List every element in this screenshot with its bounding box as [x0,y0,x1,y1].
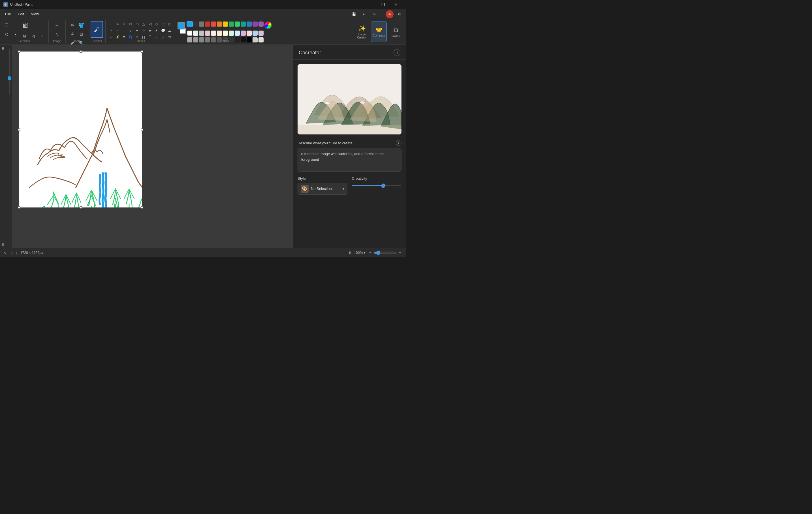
shape-4arrow[interactable]: ✦ [134,27,140,34]
color-lightpurple[interactable] [259,31,264,36]
eraser-tool[interactable]: ◻ [77,30,86,38]
minimize-button[interactable]: — [364,0,377,9]
menu-file[interactable]: File [2,11,14,17]
rotate-dropdown[interactable]: ▾ [38,32,46,40]
foreground-color[interactable] [177,22,185,29]
color-darkred[interactable] [205,22,210,27]
shape-footprint[interactable]: 👣 [127,34,134,40]
color-lightblue[interactable] [253,31,258,36]
text-tool[interactable]: A [68,30,77,38]
menu-edit[interactable]: Edit [15,11,27,17]
color-yellow[interactable] [223,22,228,27]
color-darkgreen[interactable] [229,22,234,27]
shape-line[interactable]: / [108,21,114,27]
shape-lightning[interactable]: ⚡ [114,34,121,40]
shape-ribbon[interactable]: ⬫ [153,34,160,40]
shape-callout[interactable]: 💬 [160,27,166,34]
color-skyblue[interactable] [235,31,240,36]
vertical-slider-thumb[interactable] [8,77,11,80]
fill-tool[interactable]: 🪣 [77,21,86,29]
describe-info-button[interactable]: ℹ [396,140,402,146]
shape-right-arrow[interactable]: → [108,27,114,34]
zoom-percent-dropdown[interactable]: ▾ [364,251,366,255]
image-creator-button[interactable]: ✨ ImageCreator [354,22,370,42]
close-button[interactable]: ✕ [389,0,403,9]
redo-button[interactable]: ↪ [370,10,379,18]
shape-up-arrow[interactable]: ↑ [121,27,127,34]
color-green[interactable] [235,22,240,27]
zoom-slider[interactable] [374,250,397,255]
crop-tool[interactable]: ✂ [53,21,61,29]
color-rainbow[interactable] [264,22,272,29]
color-lightgray1[interactable] [193,31,198,36]
describe-textarea[interactable] [301,151,398,168]
shape-misc2[interactable]: ✿ [167,34,173,40]
profile-avatar[interactable]: A [386,10,394,18]
cocreator-button[interactable]: 🤝 Cocreator [371,22,387,42]
select-dropdown[interactable]: ▾ [11,30,20,38]
color-darkpurple[interactable] [253,22,258,27]
color-purple[interactable] [259,22,264,27]
undo-button[interactable]: ↩ [359,10,369,18]
shape-cloud[interactable]: ☁ [167,27,173,34]
color-peach[interactable] [217,31,222,36]
shape-heart[interactable]: ♡ [108,34,114,40]
shape-pent[interactable]: ⬠ [160,21,166,27]
shape-misc1[interactable]: ⍙ [160,34,166,40]
zoom-in-button[interactable]: + [398,250,403,255]
paste-image-tool[interactable]: 🖼 [20,21,30,31]
shape-rect2[interactable]: ▭ [134,21,140,27]
paint-canvas[interactable] [19,52,142,208]
shape-tri[interactable]: △ [140,21,147,27]
color-pink2[interactable] [211,31,216,36]
shape-crv2[interactable]: ⌒ [147,34,153,40]
canvas-area[interactable] [12,45,293,248]
shape-oval[interactable]: ○ [121,21,127,27]
brush-tool-active[interactable]: 🖌 [91,21,103,38]
pencil-tool[interactable]: ✏ [68,21,77,29]
color-mint[interactable] [229,31,234,36]
shape-curve[interactable]: ∿ [114,21,121,27]
settings-button[interactable]: ⚙ [395,10,404,18]
color-lightgray2[interactable] [199,31,204,36]
creativity-slider[interactable] [352,185,402,186]
color-gray[interactable] [199,22,204,27]
shape-diamond[interactable]: ◇ [153,21,160,27]
color-pink1[interactable] [205,31,210,36]
layers-button[interactable]: ⧉ Layers [388,22,404,42]
style-dropdown[interactable]: 🎨 No Selection ▾ [297,183,347,195]
color-blue[interactable] [187,22,192,27]
erase-bg-tool[interactable]: ⊠ [20,32,29,40]
screen-icon: 🖥 [349,251,352,255]
shape-cross[interactable]: ✚ [134,34,140,40]
color-navy[interactable] [246,22,252,27]
shape-brkt[interactable]: [ ] [140,34,147,40]
color-red[interactable] [211,22,216,27]
panel-info-button[interactable]: ℹ [394,49,400,56]
color-teal[interactable] [241,22,246,27]
shape-star6[interactable]: ✶ [153,27,160,34]
shape-star4[interactable]: ✧ [140,27,147,34]
hamburger-icon[interactable]: ☰ [0,46,6,52]
shape-down-arrow[interactable]: ↓ [127,27,134,34]
menu-view[interactable]: View [28,11,41,17]
shape-rect[interactable]: □ [127,21,134,27]
color-cream[interactable] [223,31,228,36]
shape-rtri[interactable]: ◁ [147,21,153,27]
resize-tool[interactable]: ⤡ [53,30,61,38]
shape-hex[interactable]: ⬡ [167,21,173,27]
shape-star5[interactable]: ★ [147,27,153,34]
rectangular-select-tool[interactable]: ☐ [2,21,11,29]
color-salmon[interactable] [246,31,252,36]
shape-flag[interactable]: ⚑ [121,34,127,40]
color-black[interactable] [193,22,198,27]
color-lavender[interactable] [241,31,246,36]
zoom-out-button[interactable]: − [368,250,373,255]
free-select-tool[interactable]: ⬡ [2,30,11,38]
color-white[interactable] [187,31,192,36]
shape-left-arrow[interactable]: ← [114,27,121,34]
save-button[interactable]: 💾 [349,10,358,18]
color-orange[interactable] [217,22,222,27]
rotate-tool[interactable]: ◁ [29,32,37,40]
maximize-button[interactable]: ❐ [377,0,389,9]
